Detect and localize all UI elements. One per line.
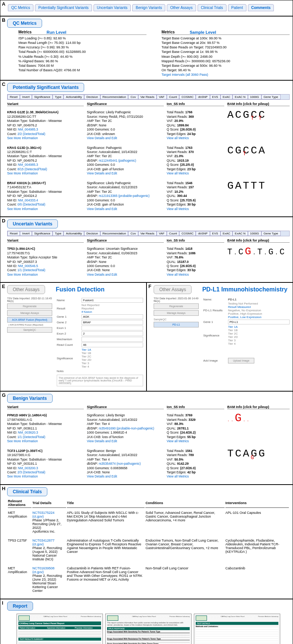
filter-vaf[interactable]: VAF xyxy=(157,95,167,99)
filter-invert[interactable]: Invert xyxy=(20,95,32,99)
bv1-nm[interactable]: NM_003620.3 xyxy=(18,431,38,434)
psv3-nm[interactable]: NM_004333.4 xyxy=(18,198,38,202)
fusion-reads[interactable] xyxy=(82,342,143,347)
filter-dec[interactable]: Decision xyxy=(84,95,100,99)
fusion-gene2[interactable] xyxy=(82,320,143,325)
bv2-metrics[interactable]: View all Metrics xyxy=(167,474,224,479)
uv1-title: TP53 (c.994-2A>C) xyxy=(7,247,84,251)
bv1-metrics[interactable]: View all Metrics xyxy=(167,439,224,443)
tab-psv[interactable]: Potentially Significant Variants xyxy=(35,4,92,11)
tab-cm[interactable]: Comments xyxy=(248,4,274,11)
tab-ct[interactable]: Clinical Trials xyxy=(198,4,227,11)
uv1-count[interactable]: 1/1 (Detected/Total) xyxy=(17,268,45,272)
bv2-edit[interactable]: View Details and Edit xyxy=(87,474,163,479)
panel-g: G Benign Variants Variant Significance I… xyxy=(0,391,293,485)
fusion-tab[interactable]: ACK-BRAF Fusion (Reported) xyxy=(7,317,52,323)
psv2-metrics[interactable]: View all Metrics xyxy=(167,171,224,176)
psv3-count[interactable]: 0/0 (Detected/Total) xyxy=(17,203,45,206)
pdl1-upload[interactable]: Upload Image xyxy=(228,358,254,363)
fusion-exon2[interactable] xyxy=(82,331,143,336)
psv1-more[interactable]: See More Information xyxy=(7,136,84,140)
panel-h: H Clinical Trials Relevant AlterationsTr… xyxy=(0,485,293,599)
fusion-name-input[interactable] xyxy=(82,298,143,303)
filter-reset[interactable]: Reset xyxy=(8,95,20,99)
trial1-nct[interactable]: NCT03175224 (ct.gov) xyxy=(32,511,64,518)
pdl1-tab[interactable]: PD-L1 xyxy=(154,322,199,327)
tab-qc[interactable]: QC Metrics xyxy=(8,4,33,11)
bv1-count[interactable]: 1/1 (Detected/Total) xyxy=(17,435,45,439)
psv1-edit[interactable]: View Details and Edit xyxy=(87,136,163,140)
letter-d: D xyxy=(2,218,5,224)
bv2-nm[interactable]: NM_003200.3 xyxy=(18,466,38,470)
fusion-exon1[interactable] xyxy=(82,326,143,330)
psv1-nm[interactable]: NM_004985.3 xyxy=(18,128,38,131)
uv1-bam[interactable]: T.CG.T.G.C xyxy=(227,247,290,279)
filter-rec[interactable]: Recommendation xyxy=(100,95,128,99)
pdl1-manage[interactable]: Manage Assays xyxy=(154,310,199,316)
filter-cosmic[interactable]: COSMIC xyxy=(179,95,196,99)
tab-pt[interactable]: Patient xyxy=(228,4,246,11)
psv1-metrics[interactable]: View all Metrics xyxy=(167,136,224,140)
trial3-nct[interactable]: NCT01639508 (ct.gov) xyxy=(32,566,64,574)
tab-oa[interactable]: Other Assays xyxy=(167,4,196,11)
tab-bv[interactable]: Benign Variants xyxy=(132,4,165,11)
fusion-regen[interactable]: Regenerate xyxy=(7,303,52,309)
bv2-dbsnp[interactable]: rs35354874 (non-pathogenic) xyxy=(99,462,141,465)
psv2-dbsnp[interactable]: rs112445441 (pathogenic) xyxy=(99,159,136,162)
samp-tbr: Total Base Reads on Target: 732104903.00 xyxy=(162,45,290,50)
psv3-metrics[interactable]: View all Metrics xyxy=(167,207,224,211)
bv1-bam[interactable]: ..G.. xyxy=(227,413,290,446)
run-level: Run Level xyxy=(47,30,66,35)
psv2-more[interactable]: See More Information xyxy=(7,171,84,176)
filter-exacn[interactable]: ExAC N xyxy=(233,95,248,99)
filter-type[interactable]: Type xyxy=(53,95,63,99)
bv1-dbsnp[interactable]: rs35491690 (probable-non-pathogenic) xyxy=(99,426,154,430)
psv3-more[interactable]: See More Information xyxy=(7,207,84,211)
bv2-title: TCF3 L120P (c.359T>C) xyxy=(7,449,84,453)
filter-exac[interactable]: ExAC xyxy=(221,95,233,99)
psv3-edit[interactable]: View Details and Edit xyxy=(87,207,163,211)
bv1-more[interactable]: See More Information xyxy=(7,439,84,443)
fusion-gene1[interactable] xyxy=(82,314,143,319)
pdl1-gene1[interactable] xyxy=(228,320,290,324)
filter-sig[interactable]: Significance xyxy=(32,95,53,99)
fusion-manage[interactable]: Manage Assays xyxy=(7,310,52,316)
bv2-count[interactable]: 2/3 (Detected/Total) xyxy=(17,470,45,474)
filter-gt[interactable]: Gene Type xyxy=(261,95,281,99)
letter-b: B xyxy=(2,17,5,23)
filter-evs[interactable]: EVS xyxy=(210,95,221,99)
uv1-metrics[interactable]: View all Metrics xyxy=(167,273,224,277)
psv3-dbsnp[interactable]: rs121913365 (probable-pathogenic) xyxy=(99,194,150,198)
run-mrl: Mean Read Length (>= 75.00): 114.00 bp xyxy=(18,41,146,45)
psv2-edit[interactable]: View Details and Edit xyxy=(87,171,163,176)
psv2-count[interactable]: 8/15 (Detected/Total) xyxy=(17,167,47,171)
pdl1-imported: TSV Data Imported: 2023-01-06 14:49 file… xyxy=(154,297,199,302)
psv1-count[interactable]: 2/2 (Detected/Total) xyxy=(17,132,45,136)
uv1-edit[interactable]: View Details and Edit xyxy=(87,273,163,277)
section-oa-e: Other Assays xyxy=(7,285,45,294)
bv1-edit[interactable]: View Details and Edit xyxy=(87,439,163,443)
fusion-qc[interactable]: SampleQC xyxy=(7,327,52,333)
filter-dbsnp[interactable]: dbSNP xyxy=(196,95,210,99)
fusion-imported: TSV Data Imported: 2022-02-11 16:45 file… xyxy=(7,297,52,302)
bv2-more[interactable]: See More Information xyxy=(7,474,84,479)
uv1-nm[interactable]: NM_000546.5 xyxy=(18,264,38,268)
uv1-more[interactable]: See More Information xyxy=(7,273,84,277)
filter-cov[interactable]: Cov xyxy=(128,95,138,99)
psv1-bam[interactable]: ACGCTCT xyxy=(227,110,290,143)
bv2-bam[interactable]: TCAGGG xyxy=(227,449,290,481)
pdl1-regen[interactable]: Regenerate xyxy=(154,303,199,309)
filter-act[interactable]: Actionability xyxy=(63,95,84,99)
psv2-bam[interactable]: CGCTCA xyxy=(227,146,290,178)
psv3-bam[interactable]: GATTT xyxy=(227,181,290,213)
trial2-nct[interactable]: NCT03412877 (ct.gov) xyxy=(32,539,64,546)
filter-vr[interactable]: Var Reads xyxy=(138,95,157,99)
section-ct: Clinical Trials xyxy=(7,487,47,496)
samp-t20: Target Base Coverage at 20x: 99.57 % xyxy=(162,41,290,45)
samp-ti[interactable]: Target Intervals (all 3060 Pass) xyxy=(162,72,290,77)
filter-1000g[interactable]: 1000G xyxy=(248,95,261,99)
filter-count[interactable]: Count xyxy=(167,95,179,99)
tab-uv[interactable]: Uncertain Variants xyxy=(94,4,131,11)
fusion-mech[interactable] xyxy=(82,337,143,342)
psv2-nm[interactable]: NM_004985.3 xyxy=(18,163,38,167)
